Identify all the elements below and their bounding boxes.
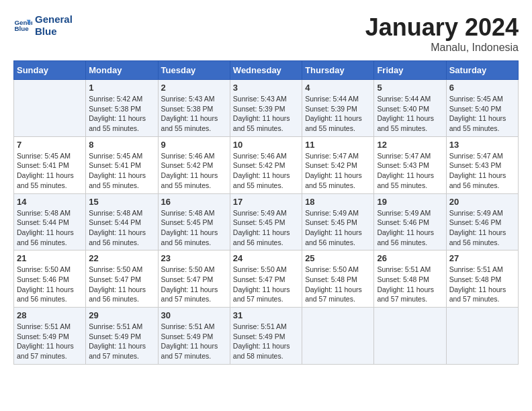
day-info: Sunrise: 5:47 AM Sunset: 5:43 PM Dayligh… [449,151,515,191]
day-info: Sunrise: 5:45 AM Sunset: 5:41 PM Dayligh… [89,151,154,191]
day-info: Sunrise: 5:42 AM Sunset: 5:38 PM Dayligh… [89,94,154,134]
day-number: 17 [233,197,299,207]
calendar-cell: 29Sunrise: 5:51 AM Sunset: 5:49 PM Dayli… [86,308,158,365]
calendar-cell: 13Sunrise: 5:47 AM Sunset: 5:43 PM Dayli… [446,136,518,193]
calendar-cell: 30Sunrise: 5:51 AM Sunset: 5:49 PM Dayli… [158,308,230,365]
day-number: 29 [89,310,154,320]
day-info: Sunrise: 5:49 AM Sunset: 5:45 PM Dayligh… [233,208,299,248]
calendar-cell: 15Sunrise: 5:48 AM Sunset: 5:44 PM Dayli… [86,193,158,250]
calendar-cell: 9Sunrise: 5:46 AM Sunset: 5:42 PM Daylig… [158,136,230,193]
day-number: 4 [305,83,371,93]
location-title: Manalu, Indonesia [365,42,519,54]
calendar-cell: 6Sunrise: 5:45 AM Sunset: 5:40 PM Daylig… [446,80,518,137]
day-info: Sunrise: 5:46 AM Sunset: 5:42 PM Dayligh… [233,151,299,191]
day-number: 7 [17,140,83,150]
day-number: 23 [161,253,227,263]
day-number: 28 [17,310,83,320]
logo: General Blue General Blue [13,13,73,38]
calendar-cell: 19Sunrise: 5:49 AM Sunset: 5:46 PM Dayli… [374,193,446,250]
day-number: 16 [161,197,227,207]
calendar-cell: 5Sunrise: 5:44 AM Sunset: 5:40 PM Daylig… [374,80,446,137]
day-number: 2 [161,83,227,93]
day-info: Sunrise: 5:44 AM Sunset: 5:39 PM Dayligh… [305,94,371,134]
day-info: Sunrise: 5:48 AM Sunset: 5:44 PM Dayligh… [89,208,154,248]
day-info: Sunrise: 5:49 AM Sunset: 5:46 PM Dayligh… [449,208,515,248]
day-number: 20 [449,197,515,207]
day-number: 5 [377,83,443,93]
day-number: 30 [161,310,227,320]
day-number: 6 [449,83,515,93]
day-info: Sunrise: 5:51 AM Sunset: 5:49 PM Dayligh… [161,322,227,361]
calendar-cell: 12Sunrise: 5:47 AM Sunset: 5:43 PM Dayli… [374,136,446,193]
day-info: Sunrise: 5:49 AM Sunset: 5:45 PM Dayligh… [305,208,371,248]
calendar-cell: 18Sunrise: 5:49 AM Sunset: 5:45 PM Dayli… [302,193,374,250]
calendar-week-row: 28Sunrise: 5:51 AM Sunset: 5:49 PM Dayli… [14,308,519,365]
day-info: Sunrise: 5:50 AM Sunset: 5:47 PM Dayligh… [233,265,299,304]
day-number: 26 [377,253,443,263]
day-number: 12 [377,140,443,150]
day-number: 15 [89,197,154,207]
day-number: 31 [233,310,299,320]
day-info: Sunrise: 5:45 AM Sunset: 5:41 PM Dayligh… [17,151,83,191]
day-header-wednesday: Wednesday [230,61,302,80]
day-info: Sunrise: 5:50 AM Sunset: 5:46 PM Dayligh… [17,265,83,304]
day-info: Sunrise: 5:46 AM Sunset: 5:42 PM Dayligh… [161,151,227,191]
day-info: Sunrise: 5:51 AM Sunset: 5:48 PM Dayligh… [377,265,443,304]
day-info: Sunrise: 5:47 AM Sunset: 5:43 PM Dayligh… [377,151,443,191]
calendar-week-row: 1Sunrise: 5:42 AM Sunset: 5:38 PM Daylig… [14,80,519,137]
calendar-cell: 14Sunrise: 5:48 AM Sunset: 5:44 PM Dayli… [14,193,86,250]
calendar-cell: 31Sunrise: 5:51 AM Sunset: 5:49 PM Dayli… [230,308,302,365]
calendar-week-row: 21Sunrise: 5:50 AM Sunset: 5:46 PM Dayli… [14,250,519,308]
calendar-cell: 28Sunrise: 5:51 AM Sunset: 5:49 PM Dayli… [14,308,86,365]
logo-line2: Blue [35,26,73,38]
calendar-body: 1Sunrise: 5:42 AM Sunset: 5:38 PM Daylig… [14,80,519,365]
calendar-cell: 1Sunrise: 5:42 AM Sunset: 5:38 PM Daylig… [86,80,158,137]
day-info: Sunrise: 5:51 AM Sunset: 5:49 PM Dayligh… [17,322,83,361]
header: General Blue General Blue January 2024 M… [13,13,519,54]
day-info: Sunrise: 5:44 AM Sunset: 5:40 PM Dayligh… [377,94,443,134]
calendar-cell: 8Sunrise: 5:45 AM Sunset: 5:41 PM Daylig… [86,136,158,193]
day-number: 18 [305,197,371,207]
calendar-cell: 20Sunrise: 5:49 AM Sunset: 5:46 PM Dayli… [446,193,518,250]
calendar-cell: 2Sunrise: 5:43 AM Sunset: 5:38 PM Daylig… [158,80,230,137]
day-header-friday: Friday [374,61,446,80]
calendar-cell: 7Sunrise: 5:45 AM Sunset: 5:41 PM Daylig… [14,136,86,193]
day-number: 3 [233,83,299,93]
calendar-cell [446,308,518,365]
day-number: 25 [305,253,371,263]
day-info: Sunrise: 5:49 AM Sunset: 5:46 PM Dayligh… [377,208,443,248]
day-number: 13 [449,140,515,150]
day-info: Sunrise: 5:51 AM Sunset: 5:48 PM Dayligh… [449,265,515,304]
day-info: Sunrise: 5:50 AM Sunset: 5:47 PM Dayligh… [161,265,227,304]
day-header-tuesday: Tuesday [158,61,230,80]
calendar-cell: 3Sunrise: 5:43 AM Sunset: 5:39 PM Daylig… [230,80,302,137]
calendar-header-row: SundayMondayTuesdayWednesdayThursdayFrid… [14,61,519,80]
calendar-cell: 22Sunrise: 5:50 AM Sunset: 5:47 PM Dayli… [86,250,158,308]
day-info: Sunrise: 5:43 AM Sunset: 5:39 PM Dayligh… [233,94,299,134]
calendar-cell: 25Sunrise: 5:50 AM Sunset: 5:48 PM Dayli… [302,250,374,308]
calendar-cell: 11Sunrise: 5:47 AM Sunset: 5:42 PM Dayli… [302,136,374,193]
month-title: January 2024 [365,13,519,42]
day-number: 11 [305,140,371,150]
day-number: 9 [161,140,227,150]
day-number: 22 [89,253,154,263]
calendar-cell: 17Sunrise: 5:49 AM Sunset: 5:45 PM Dayli… [230,193,302,250]
calendar-cell [14,80,86,137]
calendar-table: SundayMondayTuesdayWednesdayThursdayFrid… [13,60,519,365]
day-number: 14 [17,197,83,207]
day-info: Sunrise: 5:48 AM Sunset: 5:45 PM Dayligh… [161,208,227,248]
day-number: 24 [233,253,299,263]
day-number: 8 [89,140,154,150]
svg-text:Blue: Blue [14,25,29,32]
day-header-thursday: Thursday [302,61,374,80]
day-info: Sunrise: 5:48 AM Sunset: 5:44 PM Dayligh… [17,208,83,248]
day-info: Sunrise: 5:45 AM Sunset: 5:40 PM Dayligh… [449,94,515,134]
day-number: 19 [377,197,443,207]
day-header-saturday: Saturday [446,61,518,80]
day-number: 10 [233,140,299,150]
calendar-week-row: 14Sunrise: 5:48 AM Sunset: 5:44 PM Dayli… [14,193,519,250]
title-section: January 2024 Manalu, Indonesia [365,13,519,54]
day-info: Sunrise: 5:51 AM Sunset: 5:49 PM Dayligh… [89,322,154,361]
calendar-cell: 21Sunrise: 5:50 AM Sunset: 5:46 PM Dayli… [14,250,86,308]
calendar-cell: 10Sunrise: 5:46 AM Sunset: 5:42 PM Dayli… [230,136,302,193]
